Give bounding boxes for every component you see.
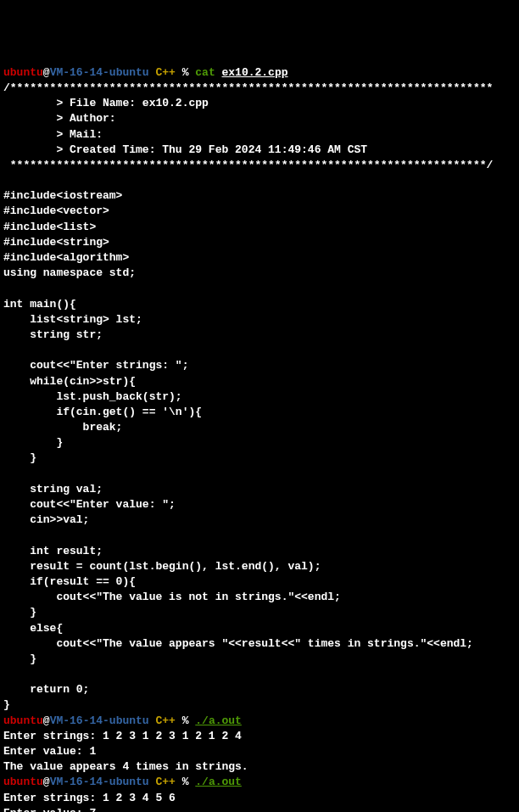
code-line: #include<string>: [3, 236, 109, 249]
cmd-arg: ex10.2.cpp: [222, 66, 288, 79]
prompt-host: VM-16-14-ubuntu: [50, 714, 149, 727]
prompt-pct: %: [182, 66, 196, 79]
code-line: }: [3, 436, 63, 449]
code-line: cout<<"The value is not in strings."<<en…: [3, 591, 341, 603]
code-line: if(result == 0){: [3, 575, 136, 588]
code-line: > Mail:: [3, 128, 103, 141]
code-line: > Author:: [3, 112, 116, 125]
output-line: Enter value: 1: [3, 745, 96, 758]
code-line: #include<iostream>: [3, 189, 122, 202]
output-line: Enter strings: 1 2 3 1 2 3 1 2 1 2 4: [3, 730, 242, 742]
code-line: break;: [3, 421, 122, 434]
output-line: Enter strings: 1 2 3 4 5 6: [3, 792, 176, 804]
prompt-at: @: [43, 66, 50, 79]
code-line: cin>>val;: [3, 513, 89, 526]
cmd-run: ./a.out: [195, 714, 242, 727]
output-line: Enter value: 7: [3, 807, 96, 812]
code-line: int main(){: [3, 298, 76, 311]
code-line: }: [3, 451, 36, 464]
code-line: }: [3, 652, 36, 665]
code-line: cout<<"Enter value: ";: [3, 498, 176, 511]
prompt-path: C++: [149, 776, 182, 788]
prompt-at: @: [43, 776, 50, 788]
prompt-pct: %: [182, 776, 196, 788]
code-line: cout<<"The value appears "<<result<<" ti…: [3, 637, 473, 650]
code-line: lst.push_back(str);: [3, 390, 182, 403]
prompt-line-2: ubuntu@VM-16-14-ubuntu C++ % ./a.out: [3, 714, 242, 727]
code-line: cout<<"Enter strings: ";: [3, 359, 188, 372]
code-line: > Created Time: Thu 29 Feb 2024 11:49:46…: [3, 143, 367, 156]
code-line: }: [3, 698, 10, 711]
code-line: using namespace std;: [3, 266, 136, 279]
cmd-run: ./a.out: [195, 776, 242, 788]
code-line: if(cin.get() == '\n'){: [3, 406, 202, 418]
prompt-user: ubuntu: [3, 66, 43, 79]
prompt-at: @: [43, 714, 50, 727]
code-line: }: [3, 606, 36, 619]
prompt-user: ubuntu: [3, 776, 43, 788]
code-line: /***************************************…: [3, 81, 493, 94]
code-line: ****************************************…: [3, 159, 493, 171]
code-line: #include<algorithm>: [3, 251, 129, 264]
code-line: string val;: [3, 483, 103, 496]
terminal-output[interactable]: ubuntu@VM-16-14-ubuntu C++ % cat ex10.2.…: [3, 65, 516, 812]
prompt-host: VM-16-14-ubuntu: [50, 776, 149, 788]
prompt-user: ubuntu: [3, 714, 43, 727]
prompt-pct: %: [182, 714, 196, 727]
code-line: int result;: [3, 545, 103, 557]
prompt-line-3: ubuntu@VM-16-14-ubuntu C++ % ./a.out: [3, 776, 242, 788]
code-line: result = count(lst.begin(), lst.end(), v…: [3, 560, 321, 573]
prompt-host: VM-16-14-ubuntu: [50, 66, 149, 79]
code-line: list<string> lst;: [3, 313, 142, 326]
code-line: #include<vector>: [3, 204, 109, 217]
cmd-cat: cat: [195, 66, 221, 79]
output-line: The value appears 4 times in strings.: [3, 760, 248, 773]
prompt-path: C++: [149, 66, 182, 79]
prompt-line-1: ubuntu@VM-16-14-ubuntu C++ % cat ex10.2.…: [3, 66, 288, 79]
code-line: return 0;: [3, 683, 89, 696]
prompt-path: C++: [149, 714, 182, 727]
code-line: else{: [3, 622, 63, 635]
code-line: string str;: [3, 328, 103, 341]
code-line: while(cin>>str){: [3, 375, 136, 388]
code-line: > File Name: ex10.2.cpp: [3, 97, 209, 109]
code-line: #include<list>: [3, 221, 96, 233]
